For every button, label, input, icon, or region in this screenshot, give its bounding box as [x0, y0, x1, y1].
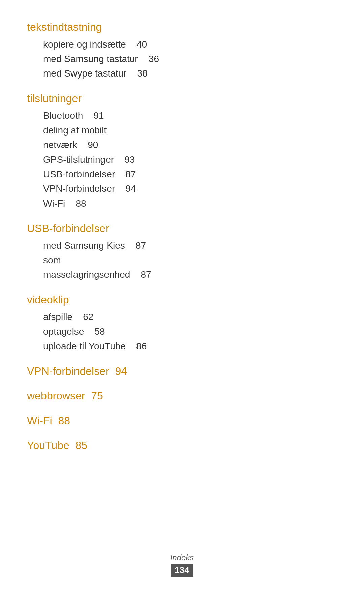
list-item: deling af mobiltnetværk 90	[27, 123, 263, 152]
page-number-box: 134	[171, 564, 193, 577]
list-item: uploade til YouTube 86	[27, 339, 263, 353]
page-number-area: Indeks 134	[170, 553, 194, 577]
list-item: Wi-Fi 88	[27, 196, 263, 211]
entry-label: VPN-forbindelser	[27, 365, 109, 377]
inline-entry-webbrowser: webbrowser 75	[27, 389, 263, 403]
list-item: med Swype tastatur 38	[27, 66, 263, 81]
list-item: Bluetooth 91	[27, 108, 263, 123]
list-item: kopiere og indsætte 40	[27, 37, 263, 52]
list-item: sommasselagringsenhed 87	[27, 253, 263, 282]
list-item: GPS-tilslutninger 93	[27, 152, 263, 167]
entry-label: Wi-Fi	[27, 415, 52, 427]
inline-entry-wi-fi: Wi-Fi 88	[27, 414, 263, 428]
entry-page: 75	[91, 390, 103, 402]
index-content: tekstindtastning kopiere og indsætte 40 …	[27, 20, 263, 453]
inline-entry-vpn-forbindelser: VPN-forbindelser 94	[27, 364, 263, 379]
entry-page: 94	[115, 365, 127, 377]
section-heading-tekstindtastning: tekstindtastning	[27, 20, 263, 34]
entry-label: webbrowser	[27, 390, 85, 402]
list-item: USB-forbindelser 87	[27, 167, 263, 181]
list-item: VPN-forbindelser 94	[27, 181, 263, 196]
section-heading-tilslutninger: tilslutninger	[27, 92, 263, 106]
entry-page: 88	[58, 415, 70, 427]
entry-label: YouTube	[27, 439, 69, 451]
list-item: med Samsung Kies 87	[27, 238, 263, 253]
entry-page: 85	[75, 439, 88, 451]
inline-entry-youtube: YouTube 85	[27, 439, 263, 453]
section-heading-videoklip: videoklip	[27, 293, 263, 307]
list-item: med Samsung tastatur 36	[27, 52, 263, 66]
page-label: Indeks	[170, 553, 194, 562]
list-item: optagelse 58	[27, 324, 263, 339]
list-item: afspille 62	[27, 309, 263, 324]
section-heading-usb-forbindelser: USB-forbindelser	[27, 221, 263, 236]
